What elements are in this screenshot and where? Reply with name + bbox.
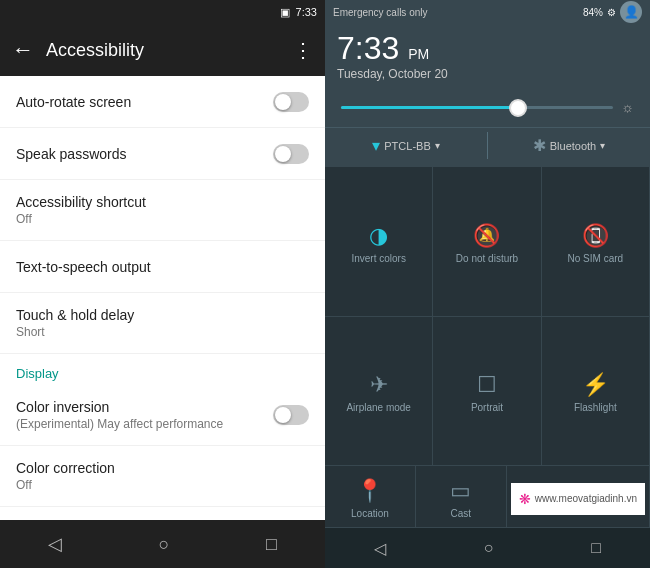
recent-nav-right[interactable]: □ <box>591 539 601 557</box>
brightness-icon: ☼ <box>621 99 634 115</box>
empty-tile: ❋ www.meovatgiadinh.vn <box>507 466 650 528</box>
flower-icon: ❋ <box>519 491 531 507</box>
brightness-thumb[interactable] <box>509 99 527 117</box>
quick-tiles: ◑ Invert colors 🔕 Do not disturb 📵 No SI… <box>325 167 650 466</box>
color-correction-sub: Off <box>16 478 115 492</box>
more-options-button[interactable]: ⋮ <box>293 38 313 62</box>
bluetooth-toggle[interactable]: ✱ Bluetooth ▾ <box>488 128 650 163</box>
touch-hold-sub: Short <box>16 325 134 339</box>
touch-hold-setting[interactable]: Touch & hold delay Short <box>0 293 325 354</box>
flashlight-tile[interactable]: ⚡ Flashlight <box>542 317 650 467</box>
cast-icon: ▭ <box>450 478 471 504</box>
do-not-disturb-tile[interactable]: 🔕 Do not disturb <box>433 167 541 317</box>
invert-colors-tile-label: Invert colors <box>351 253 405 264</box>
status-time: 7:33 <box>296 6 317 18</box>
auto-rotate-setting[interactable]: Auto-rotate screen <box>0 76 325 128</box>
wifi-icon: ▾ <box>372 136 380 155</box>
left-panel: ▣ 7:33 ← Accessibility ⋮ Auto-rotate scr… <box>0 0 325 568</box>
watermark-text: www.meovatgiadinh.vn <box>535 493 637 504</box>
recent-nav-icon[interactable]: □ <box>266 534 277 555</box>
airplane-mode-icon: ✈ <box>370 372 388 398</box>
color-correction-label: Color correction <box>16 460 115 476</box>
tts-setting[interactable]: Text-to-speech output <box>0 241 325 293</box>
cast-label: Cast <box>451 508 472 519</box>
accessibility-shortcut-label: Accessibility shortcut <box>16 194 146 210</box>
toolbar: ← Accessibility ⋮ <box>0 24 325 76</box>
back-nav-right[interactable]: ◁ <box>374 539 386 558</box>
sim-icon: ▣ <box>280 6 290 19</box>
settings-list: Auto-rotate screen Speak passwords Acces… <box>0 76 325 520</box>
brightness-row: ☼ <box>325 91 650 127</box>
color-inversion-sub: (Experimental) May affect performance <box>16 417 223 431</box>
home-nav-icon[interactable]: ○ <box>159 534 170 555</box>
airplane-mode-label: Airplane mode <box>346 402 410 413</box>
battery-percentage: 84% <box>583 7 603 18</box>
location-tile[interactable]: 📍 Location <box>325 466 416 528</box>
flashlight-label: Flashlight <box>574 402 617 413</box>
portrait-label: Portrait <box>471 402 503 413</box>
back-nav-icon[interactable]: ◁ <box>48 533 62 555</box>
bottom-tiles: 📍 Location ▭ Cast ❋ www.meovatgiadinh.vn <box>325 466 650 528</box>
do-not-disturb-icon: 🔕 <box>473 223 500 249</box>
speak-passwords-toggle[interactable] <box>273 144 309 164</box>
no-sim-icon: 📵 <box>582 223 609 249</box>
no-sim-label: No SIM card <box>568 253 624 264</box>
brightness-slider[interactable] <box>341 106 613 109</box>
wifi-bt-row: ▾ PTCL-BB ▾ ✱ Bluetooth ▾ <box>325 127 650 167</box>
portrait-icon: ☐ <box>477 372 497 398</box>
brightness-fill <box>341 106 518 109</box>
nav-bar-left: ◁ ○ □ <box>0 520 325 568</box>
bluetooth-icon: ✱ <box>533 136 546 155</box>
gear-icon[interactable]: ⚙ <box>607 7 616 18</box>
bluetooth-dropdown-arrow[interactable]: ▾ <box>600 140 605 151</box>
nav-bar-right: ◁ ○ □ <box>325 528 650 568</box>
wifi-dropdown-arrow[interactable]: ▾ <box>435 140 440 151</box>
bluetooth-label: Bluetooth <box>550 140 596 152</box>
clock-date: Tuesday, October 20 <box>337 67 638 81</box>
display-section-header: Display <box>0 354 325 385</box>
airplane-mode-tile[interactable]: ✈ Airplane mode <box>325 317 433 467</box>
accessibility-shortcut-setting[interactable]: Accessibility shortcut Off <box>0 180 325 241</box>
do-not-disturb-label: Do not disturb <box>456 253 518 264</box>
location-label: Location <box>351 508 389 519</box>
auto-rotate-toggle[interactable] <box>273 92 309 112</box>
wifi-label: PTCL-BB <box>384 140 430 152</box>
color-inversion-label: Color inversion <box>16 399 223 415</box>
no-sim-tile[interactable]: 📵 No SIM card <box>542 167 650 317</box>
speak-passwords-label: Speak passwords <box>16 146 127 162</box>
home-nav-right[interactable]: ○ <box>484 539 494 557</box>
right-panel: Emergency calls only 84% ⚙ 👤 7:33 PM Tue… <box>325 0 650 568</box>
clock-time: 7:33 <box>337 30 399 66</box>
clock-ampm: PM <box>408 46 429 62</box>
speak-passwords-setting[interactable]: Speak passwords <box>0 128 325 180</box>
status-bar-right: Emergency calls only 84% ⚙ 👤 <box>325 0 650 24</box>
watermark: ❋ www.meovatgiadinh.vn <box>511 483 645 515</box>
cast-tile[interactable]: ▭ Cast <box>416 466 507 528</box>
back-button[interactable]: ← <box>12 37 34 63</box>
touch-hold-label: Touch & hold delay <box>16 307 134 323</box>
wifi-toggle[interactable]: ▾ PTCL-BB ▾ <box>325 128 487 163</box>
time-display: 7:33 PM Tuesday, October 20 <box>325 24 650 91</box>
invert-colors-icon: ◑ <box>369 223 388 249</box>
portrait-tile[interactable]: ☐ Portrait <box>433 317 541 467</box>
accessibility-shortcut-sub: Off <box>16 212 146 226</box>
auto-rotate-label: Auto-rotate screen <box>16 94 131 110</box>
status-bar-left: ▣ 7:33 <box>0 0 325 24</box>
tts-label: Text-to-speech output <box>16 259 151 275</box>
invert-colors-tile[interactable]: ◑ Invert colors <box>325 167 433 317</box>
emergency-text: Emergency calls only <box>333 7 427 18</box>
user-avatar[interactable]: 👤 <box>620 1 642 23</box>
color-inversion-setting[interactable]: Color inversion (Experimental) May affec… <box>0 385 325 446</box>
location-icon: 📍 <box>356 478 383 504</box>
page-title: Accessibility <box>46 40 281 61</box>
color-correction-setting[interactable]: Color correction Off <box>0 446 325 507</box>
flashlight-icon: ⚡ <box>582 372 609 398</box>
color-inversion-toggle[interactable] <box>273 405 309 425</box>
